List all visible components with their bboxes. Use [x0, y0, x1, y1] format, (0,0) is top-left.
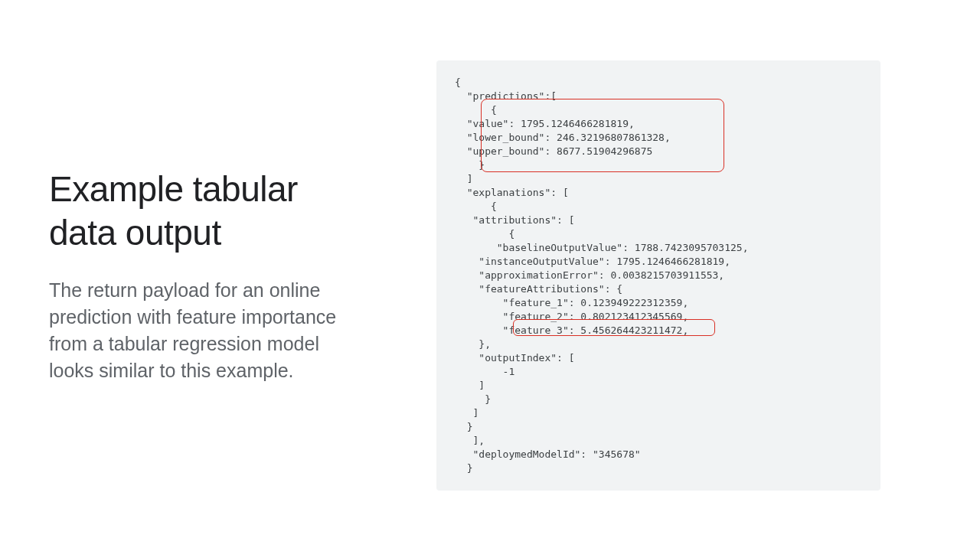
code-line: {	[455, 103, 862, 117]
slide-heading: Example tabular data output	[49, 168, 352, 256]
code-line: "approximationError": 0.0038215703911553…	[455, 269, 862, 282]
code-line: {	[455, 200, 862, 214]
code-line: ]	[455, 406, 862, 420]
code-line: "deploymedModelId": "345678"	[455, 448, 862, 461]
code-block: { "predictions":[ { "value": 1795.124646…	[455, 76, 862, 475]
code-line: "value": 1795.1246466281819,	[455, 117, 862, 131]
code-line: }	[455, 393, 862, 406]
code-line: ]	[455, 379, 862, 393]
code-line: "baselineOutputValue": 1788.742309570312…	[455, 241, 862, 255]
code-line: {	[455, 227, 862, 241]
code-line: {	[455, 76, 862, 90]
code-line: "explanations": [	[455, 186, 862, 200]
code-line: ]	[455, 172, 862, 186]
code-line: }	[455, 461, 862, 475]
code-line: "featureAttributions": {	[455, 282, 862, 296]
code-panel: { "predictions":[ { "value": 1795.124646…	[436, 60, 880, 491]
code-line: "attributions": [	[455, 214, 862, 227]
slide-body-text: The return payload for an online predict…	[49, 277, 352, 384]
code-line: },	[455, 337, 862, 351]
code-line: }	[455, 420, 862, 434]
code-line: "upper_bound": 8677.51904296875	[455, 145, 862, 158]
code-line: }	[455, 158, 862, 172]
code-line: "feature_1": 0.123949222312359,	[455, 296, 862, 310]
code-line: "feature_3": 5.456264423211472,	[455, 324, 862, 337]
code-line: -1	[455, 365, 862, 379]
code-line: "outputIndex": [	[455, 351, 862, 365]
code-line: ],	[455, 434, 862, 448]
code-line: "lower_bound": 246.32196807861328,	[455, 131, 862, 145]
code-line: "predictions":[	[455, 90, 862, 103]
code-line: "instanceOutputValue": 1795.124646628181…	[455, 255, 862, 269]
code-line: "feature_2": 0.802123412345569,	[455, 310, 862, 324]
